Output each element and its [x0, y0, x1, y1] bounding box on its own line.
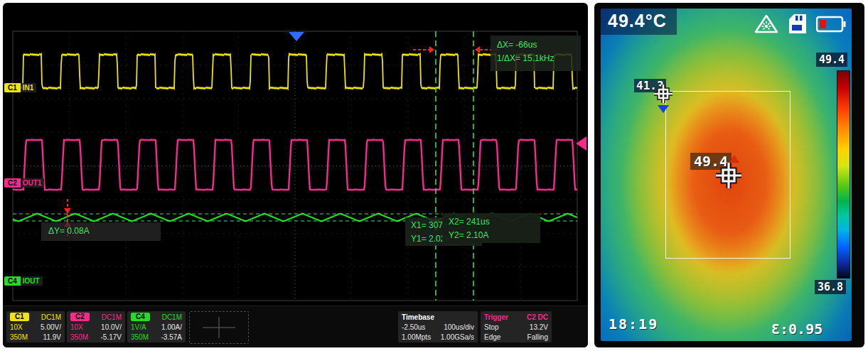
trigger-box[interactable]: TriggerC2 DC Stop13.2V EdgeFalling	[481, 311, 552, 342]
channel4-info-box[interactable]: C4DC1M 1V/A1.00A/ 350M-3.57A	[127, 311, 186, 342]
inv-dx-value: 1/ΔX= 15.1kHz	[497, 52, 574, 65]
channel4-bandwidth: 350M	[131, 333, 149, 341]
channel2-scale: 10.0V/	[101, 323, 122, 331]
scale-min-label: 36.8	[815, 280, 846, 294]
channel4-chip: C4	[131, 313, 150, 321]
channel2-trace-badge[interactable]: C2 OUT1	[4, 178, 44, 188]
trigger-slope: Falling	[527, 333, 548, 341]
trigger-type: Edge	[484, 333, 500, 341]
channel1-info-box[interactable]: C1DC1M 10X5.00V/ 350M11.9V	[6, 311, 65, 342]
delta-x-readout: ΔX= -66us 1/ΔX= 15.1kHz	[491, 36, 581, 71]
timebase-memory: 1.00Mpts	[402, 333, 431, 341]
max-temp-readout: 49.4°C	[601, 9, 677, 35]
dy-value: ΔY= 0.08A	[48, 225, 154, 238]
channel1-trace-badge[interactable]: C1 IN1	[4, 82, 36, 93]
channel1-chip: C1	[10, 313, 29, 321]
channel4-id: C4	[4, 276, 21, 286]
status-icon-row	[754, 14, 846, 34]
channel1-id: C1	[4, 83, 21, 92]
channel1-scale: 5.00V/	[41, 323, 61, 331]
trigger-level: 13.2V	[530, 323, 548, 331]
timebase-delay: -2.50us	[402, 323, 425, 331]
cursor-lines[interactable]	[13, 31, 577, 301]
scope-status-bar: C1DC1M 10X5.00V/ 350M11.9V C2DC1M 10X10.…	[3, 306, 588, 347]
channel2-probe: 10X	[70, 323, 83, 331]
y2-value: Y2= 2.10A	[449, 229, 534, 242]
channel4-scale: 1.00A/	[161, 323, 182, 331]
x2-value: X2= 241us	[449, 215, 534, 229]
temperature-colorbar	[837, 70, 850, 279]
graticule	[13, 31, 577, 301]
channel1-bandwidth: 350M	[10, 333, 28, 341]
timebase-samplerate: 1.00GSa/s	[441, 333, 474, 341]
trigger-source: C2 DC	[527, 313, 548, 321]
cold-spot-crosshair-icon	[653, 84, 673, 104]
thermal-image: 49.4°C	[601, 9, 852, 341]
trigger-position-marker[interactable]	[289, 32, 304, 41]
channel2-offset: -5.17V	[101, 333, 122, 341]
add-channel-box[interactable]	[189, 311, 249, 344]
channel4-coupling: DC1M	[162, 313, 182, 321]
channel4-offset: -3.57A	[161, 333, 182, 341]
thermal-camera-screen: 49.4°C	[594, 3, 864, 347]
channel2-id: C2	[4, 178, 21, 188]
clock-label: 18:19	[609, 315, 658, 333]
scale-max-label: 49.4	[816, 53, 847, 67]
channel2-chip: C2	[70, 313, 90, 321]
channel2-bandwidth: 350M	[70, 333, 88, 341]
sd-card-icon	[788, 14, 807, 34]
hot-spot-crosshair-icon	[714, 161, 743, 190]
channel2-coupling: DC1M	[102, 313, 122, 321]
channel1-probe: 10X	[10, 323, 23, 331]
cursor-x2y2-readout: X2= 241us Y2= 2.10A	[442, 213, 540, 243]
channel4-trace-badge[interactable]: C4 IOUT	[4, 276, 43, 286]
crosshair-icon	[203, 317, 235, 338]
dx-value: ΔX= -66us	[497, 38, 574, 52]
channel4-alias: IOUT	[21, 276, 43, 286]
laser-warning-icon	[754, 14, 779, 34]
delta-y-readout: ΔY= 0.08A	[41, 222, 161, 241]
oscilloscope-screen: ΔX= -66us 1/ΔX= 15.1kHz X1= 307us Y1= 2.…	[3, 3, 588, 347]
timebase-box[interactable]: Timebase -2.50us100us/div 1.00Mpts1.00GS…	[398, 311, 478, 342]
battery-icon	[816, 16, 846, 33]
emissivity-label: Ɛ:0.95	[771, 320, 823, 338]
channel2-info-box[interactable]: C2DC1M 10X10.0V/ 350M-5.17V	[67, 311, 125, 342]
trigger-title: Trigger	[484, 313, 508, 321]
timebase-title: Timebase	[402, 313, 434, 321]
trigger-status: Stop	[484, 323, 499, 331]
waveform-traces	[13, 54, 577, 222]
channel2-alias: OUT1	[21, 178, 45, 188]
channel1-offset: 11.9V	[43, 333, 61, 341]
channel1-coupling: DC1M	[41, 313, 61, 321]
cold-spot-arrow-icon	[658, 105, 669, 113]
channel1-alias: IN1	[21, 83, 37, 92]
timebase-scale: 100us/div	[444, 323, 474, 331]
channel4-probe: 1V/A	[131, 323, 146, 331]
